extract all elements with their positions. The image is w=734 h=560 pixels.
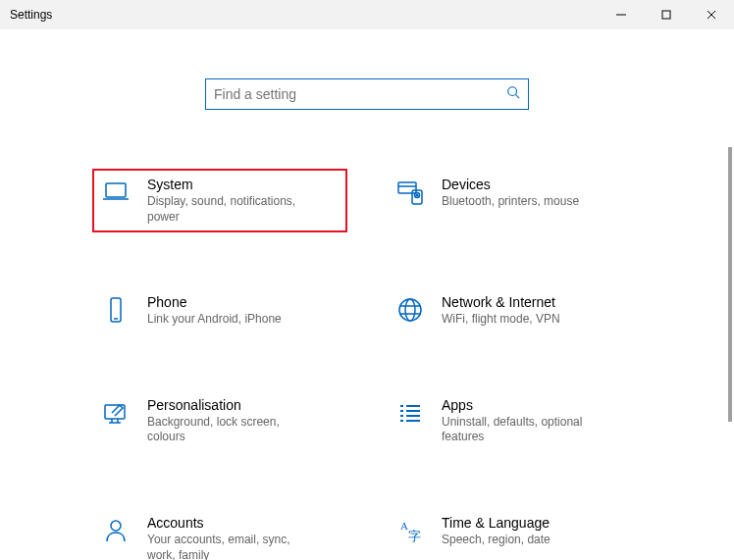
category-title: System — [147, 177, 314, 192]
category-text: Personalisation Background, lock screen,… — [147, 397, 314, 445]
category-apps[interactable]: Apps Uninstall, defaults, optional featu… — [387, 389, 642, 453]
category-text: Phone Link your Android, iPhone — [147, 294, 282, 328]
phone-icon — [100, 294, 131, 326]
category-personalisation[interactable]: Personalisation Background, lock screen,… — [92, 389, 347, 453]
category-grid: System Display, sound, notifications, po… — [92, 169, 642, 560]
category-text: Time & Language Speech, region, date — [442, 515, 550, 548]
category-title: Devices — [442, 177, 579, 192]
accounts-icon — [100, 515, 131, 546]
category-system[interactable]: System Display, sound, notifications, po… — [92, 169, 347, 232]
category-devices[interactable]: Devices Bluetooth, printers, mouse — [387, 169, 642, 232]
category-text: Apps Uninstall, defaults, optional featu… — [442, 397, 608, 445]
personalisation-icon — [100, 397, 131, 429]
apps-icon — [394, 397, 426, 429]
category-title: Accounts — [147, 515, 314, 531]
maximize-button[interactable] — [644, 0, 689, 29]
category-text: System Display, sound, notifications, po… — [147, 177, 314, 225]
category-title: Apps — [442, 397, 608, 413]
svg-rect-8 — [398, 182, 416, 193]
category-desc: WiFi, flight mode, VPN — [442, 312, 560, 328]
time-language-icon: A 字 — [394, 515, 426, 546]
svg-point-15 — [399, 299, 421, 321]
close-button[interactable] — [689, 0, 734, 29]
category-phone[interactable]: Phone Link your Android, iPhone — [92, 286, 347, 335]
search-container — [0, 78, 734, 110]
laptop-icon — [100, 177, 131, 208]
search-box[interactable] — [205, 78, 529, 110]
category-desc: Display, sound, notifications, power — [147, 194, 314, 225]
category-desc: Background, lock screen, colours — [147, 415, 314, 445]
svg-rect-6 — [106, 183, 126, 197]
category-desc: Your accounts, email, sync, work, family — [147, 533, 314, 560]
category-title: Time & Language — [442, 515, 550, 531]
category-time-language[interactable]: A 字 Time & Language Speech, region, date — [387, 507, 642, 560]
svg-point-16 — [405, 299, 415, 321]
svg-text:A: A — [400, 520, 408, 532]
category-text: Network & Internet WiFi, flight mode, VP… — [442, 294, 560, 328]
category-desc: Bluetooth, printers, mouse — [442, 194, 579, 210]
category-desc: Speech, region, date — [442, 533, 550, 548]
devices-icon — [394, 177, 426, 208]
window-title: Settings — [10, 8, 52, 22]
globe-icon — [394, 294, 426, 326]
scrollbar-thumb[interactable] — [728, 147, 732, 422]
category-accounts[interactable]: Accounts Your accounts, email, sync, wor… — [92, 507, 347, 560]
svg-point-31 — [111, 521, 121, 531]
svg-text:字: 字 — [408, 529, 421, 543]
search-icon — [506, 85, 520, 103]
category-text: Accounts Your accounts, email, sync, wor… — [147, 515, 314, 560]
category-title: Phone — [147, 294, 282, 310]
category-title: Personalisation — [147, 397, 314, 413]
title-bar: Settings — [0, 0, 734, 29]
content-area: System Display, sound, notifications, po… — [0, 29, 734, 560]
window-controls — [599, 0, 734, 29]
svg-rect-1 — [662, 11, 670, 19]
category-title: Network & Internet — [442, 294, 560, 310]
svg-point-12 — [416, 194, 418, 196]
category-network[interactable]: Network & Internet WiFi, flight mode, VP… — [387, 286, 642, 335]
minimize-button[interactable] — [599, 0, 644, 29]
svg-line-5 — [516, 95, 520, 99]
category-desc: Uninstall, defaults, optional features — [442, 415, 608, 445]
svg-point-4 — [508, 87, 517, 96]
search-input[interactable] — [214, 86, 506, 102]
category-desc: Link your Android, iPhone — [147, 312, 282, 328]
category-text: Devices Bluetooth, printers, mouse — [442, 177, 579, 210]
